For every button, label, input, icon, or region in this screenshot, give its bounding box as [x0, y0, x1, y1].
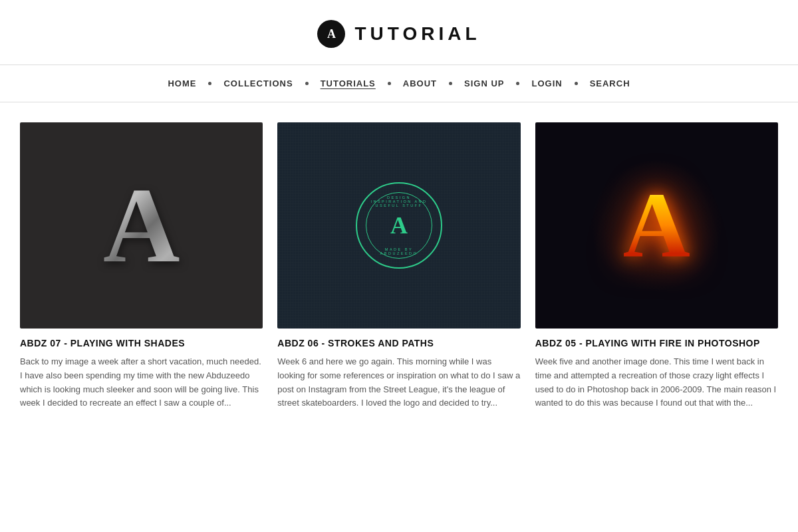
card-1: A ABDZ 07 - PLAYING WITH SHADES Back to …	[20, 122, 263, 410]
site-header: A TUTORIAL	[0, 0, 798, 65]
nav-separator	[305, 82, 309, 85]
badge-inner-circle: DESIGN INSPIRATION AND USEFUL STUFF A MA…	[366, 192, 432, 259]
nav-signup[interactable]: SIGN UP	[459, 76, 509, 91]
card-grid: A ABDZ 07 - PLAYING WITH SHADES Back to …	[20, 122, 778, 410]
card-1-image[interactable]: A	[20, 122, 263, 329]
badge-outer-circle: DESIGN INSPIRATION AND USEFUL STUFF A MA…	[356, 182, 442, 269]
card-3-description: Week five and another image done. This t…	[535, 355, 778, 410]
site-title: TUTORIAL	[354, 23, 480, 45]
badge-center-letter: A	[390, 211, 408, 239]
nav-separator	[208, 82, 211, 85]
badge-bottom-text: MADE BY ABDUZEEDO	[366, 247, 432, 255]
nav-search[interactable]: SEARCH	[585, 76, 636, 91]
nav-separator	[388, 82, 391, 85]
card-3: A ABDZ 05 - PLAYING WITH FIRE IN PHOTOSH…	[535, 122, 778, 410]
main-content: A ABDZ 07 - PLAYING WITH SHADES Back to …	[7, 102, 791, 437]
nav-collections[interactable]: COLLECTIONS	[218, 76, 298, 91]
nav-about[interactable]: ABOUT	[398, 76, 442, 91]
fire-a-graphic: A	[623, 179, 690, 272]
badge-top-text: DESIGN INSPIRATION AND USEFUL STUFF	[366, 196, 432, 207]
card-3-title[interactable]: ABDZ 05 - PLAYING WITH FIRE IN PHOTOSHOP	[535, 338, 778, 348]
logo-icon: A	[317, 20, 345, 48]
card-1-title[interactable]: ABDZ 07 - PLAYING WITH SHADES	[20, 338, 263, 348]
nav-separator	[449, 82, 452, 85]
nav-home[interactable]: HOME	[162, 76, 201, 91]
main-nav: HOME COLLECTIONS TUTORIALS ABOUT SIGN UP…	[0, 65, 798, 102]
metallic-a-graphic: A	[103, 172, 180, 279]
nav-separator	[516, 82, 519, 85]
card-1-description: Back to my image a week after a short va…	[20, 355, 263, 410]
card-2-image[interactable]: DESIGN INSPIRATION AND USEFUL STUFF A MA…	[277, 122, 520, 329]
card-3-image[interactable]: A	[535, 122, 778, 329]
nav-separator	[575, 82, 578, 85]
nav-login[interactable]: LOGIN	[526, 76, 567, 91]
fire-a-wrapper: A	[590, 159, 723, 292]
card-2-description: Week 6 and here we go again. This mornin…	[277, 355, 520, 410]
card-2: DESIGN INSPIRATION AND USEFUL STUFF A MA…	[277, 122, 520, 410]
nav-tutorials[interactable]: TUTORIALS	[315, 76, 381, 91]
card-2-title[interactable]: ABDZ 06 - STROKES AND PATHS	[277, 338, 520, 348]
